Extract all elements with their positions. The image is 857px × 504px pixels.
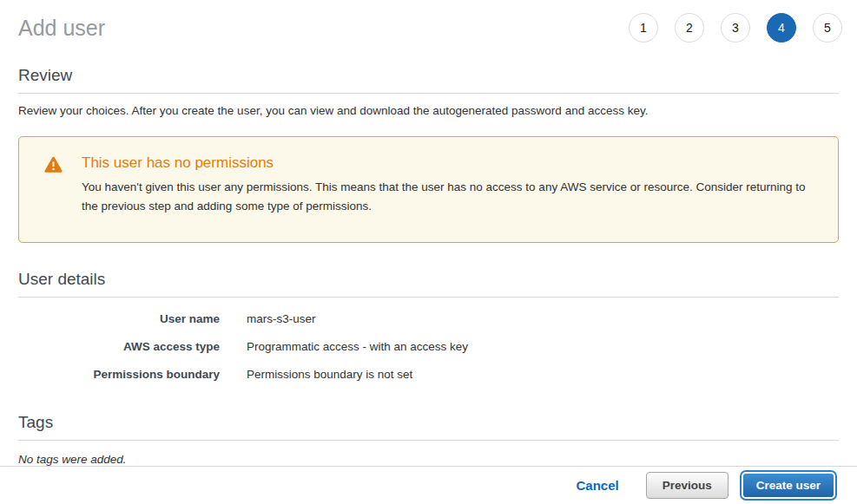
detail-value-user-name: mars-s3-user bbox=[247, 312, 316, 325]
step-2: 2 bbox=[675, 13, 704, 43]
step-1: 1 bbox=[629, 13, 658, 43]
step-indicator: 12345 bbox=[629, 13, 842, 43]
step-4-active: 4 bbox=[767, 13, 796, 43]
page-title: Add user bbox=[18, 16, 105, 41]
wizard-content: Review Review your choices. After you cr… bbox=[0, 43, 857, 466]
previous-button[interactable]: Previous bbox=[646, 472, 728, 499]
warning-title: This user has no permissions bbox=[82, 154, 821, 172]
detail-value-permissions-boundary: Permissions boundary is not set bbox=[247, 368, 412, 381]
warning-triangle-icon bbox=[44, 156, 63, 176]
step-3: 3 bbox=[721, 13, 750, 43]
detail-label-permissions-boundary: Permissions boundary bbox=[18, 368, 220, 381]
review-section: Review Review your choices. After you cr… bbox=[18, 66, 839, 243]
detail-label-user-name: User name bbox=[18, 312, 220, 325]
tags-heading: Tags bbox=[18, 413, 839, 432]
user-details-section: User details User namemars-s3-userAWS ac… bbox=[18, 270, 839, 381]
detail-row-permissions-boundary: Permissions boundaryPermissions boundary… bbox=[18, 368, 839, 381]
tags-divider bbox=[18, 440, 839, 441]
detail-row-aws-access-type: AWS access typeProgrammatic access - wit… bbox=[18, 340, 839, 353]
no-permissions-warning: This user has no permissions You haven't… bbox=[18, 136, 839, 243]
review-heading: Review bbox=[18, 66, 839, 85]
user-details-divider bbox=[18, 297, 839, 298]
wizard-footer: Cancel Previous Create user bbox=[0, 466, 857, 504]
wizard-header: Add user 12345 bbox=[0, 0, 857, 43]
cancel-button[interactable]: Cancel bbox=[576, 478, 618, 493]
detail-row-user-name: User namemars-s3-user bbox=[18, 312, 839, 325]
user-details-heading: User details bbox=[18, 270, 839, 289]
step-5: 5 bbox=[813, 13, 842, 43]
tags-section: Tags No tags were added. bbox=[18, 413, 839, 466]
detail-label-aws-access-type: AWS access type bbox=[18, 340, 220, 353]
review-description: Review your choices. After you create th… bbox=[18, 104, 839, 117]
user-details-rows: User namemars-s3-userAWS access typeProg… bbox=[18, 312, 839, 381]
create-user-button[interactable]: Create user bbox=[742, 472, 835, 499]
tags-empty-message: No tags were added. bbox=[18, 453, 839, 466]
review-divider bbox=[18, 93, 839, 94]
warning-body: You haven't given this user any permissi… bbox=[82, 178, 821, 216]
warning-text: This user has no permissions You haven't… bbox=[82, 154, 821, 216]
detail-value-aws-access-type: Programmatic access - with an access key bbox=[247, 340, 468, 353]
